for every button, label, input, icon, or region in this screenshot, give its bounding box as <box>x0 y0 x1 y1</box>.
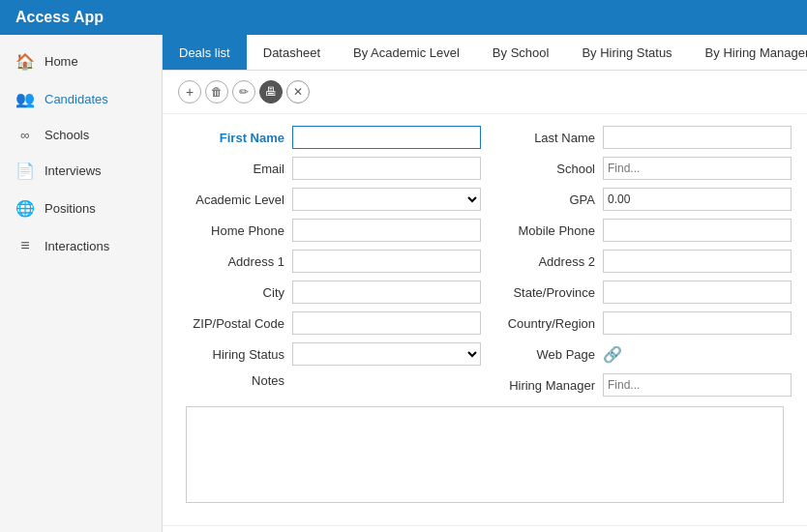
school-label: School <box>489 162 595 176</box>
field-group-lastname: Last Name <box>489 126 792 149</box>
field-group-hiring-manager: Hiring Manager <box>489 373 792 397</box>
field-group-address2: Address 2 <box>489 250 792 273</box>
gpa-label: GPA <box>489 192 595 207</box>
mobile-phone-input[interactable] <box>603 219 792 242</box>
tab-by-school[interactable]: By School <box>476 35 566 70</box>
field-group-address1: Address 1 <box>178 250 481 273</box>
sidebar-item-positions[interactable]: 🌐 Positions <box>0 190 162 227</box>
form-row-notes-header: Notes Hiring Manager <box>178 373 792 397</box>
delete-button[interactable]: 🗑 <box>205 80 228 103</box>
city-label: City <box>178 285 284 300</box>
form-row-academic-gpa: Academic Level GPA 0.00 <box>178 188 792 211</box>
tab-deals-list[interactable]: Deals list <box>163 35 247 70</box>
tab-datasheet[interactable]: Datasheet <box>247 35 337 70</box>
close-button[interactable]: ✕ <box>286 80 310 103</box>
app-title: Access App <box>15 9 104 26</box>
tab-by-academic-level[interactable]: By Academic Level <box>337 35 476 70</box>
field-group-mobile-phone: Mobile Phone <box>489 219 792 242</box>
field-group-firstname: First Name <box>178 126 481 149</box>
interactions-icon: ≡ <box>15 237 35 254</box>
gpa-value: 0.00 <box>603 188 792 211</box>
hiring-status-select[interactable] <box>292 342 481 366</box>
form-row-zip-country: ZIP/Postal Code Country/Region <box>178 311 792 335</box>
interviews-icon: 📄 <box>15 162 35 180</box>
first-name-label: First Name <box>178 131 284 145</box>
address2-label: Address 2 <box>489 254 595 269</box>
field-group-email: Email <box>178 157 481 180</box>
academic-level-label: Academic Level <box>178 192 284 207</box>
sidebar-label-schools: Schools <box>45 128 89 142</box>
notes-textarea[interactable] <box>186 406 784 503</box>
positions-icon: 🌐 <box>15 199 35 218</box>
last-name-label: Last Name <box>489 131 595 145</box>
last-name-input[interactable] <box>603 126 792 149</box>
sidebar: 🏠 Home 👥 Candidates ∞ Schools 📄 Intervie… <box>0 35 163 532</box>
tab-by-hiring-manager[interactable]: By Hiring Manager <box>689 35 807 70</box>
sidebar-item-schools[interactable]: ∞ Schools <box>0 118 162 152</box>
bottom-tab-bar: Skills Interviews Interactions <box>163 525 807 532</box>
print-button[interactable]: 🖶 <box>259 80 283 103</box>
zip-input[interactable] <box>292 311 481 335</box>
web-page-label: Web Page <box>489 347 595 362</box>
form-row-email-school: Email School <box>178 157 792 180</box>
address1-input[interactable] <box>292 250 481 273</box>
first-name-input[interactable] <box>292 126 481 149</box>
link-icon[interactable]: 🔗 <box>603 345 622 364</box>
zip-label: ZIP/Postal Code <box>178 316 284 331</box>
city-input[interactable] <box>292 281 481 304</box>
state-input[interactable] <box>603 281 792 304</box>
notes-container <box>186 404 784 506</box>
field-group-school: School <box>489 157 792 180</box>
form-row-addresses: Address 1 Address 2 <box>178 250 792 273</box>
app-header: Access App <box>0 0 807 35</box>
home-icon: 🏠 <box>15 52 35 71</box>
address2-input[interactable] <box>603 250 792 273</box>
field-group-home-phone: Home Phone <box>178 219 481 242</box>
mobile-phone-label: Mobile Phone <box>489 223 595 238</box>
field-group-country: Country/Region <box>489 311 792 335</box>
academic-level-select[interactable] <box>292 188 481 211</box>
country-input[interactable] <box>603 311 792 335</box>
hiring-manager-input[interactable] <box>603 373 792 397</box>
sidebar-item-candidates[interactable]: 👥 Candidates <box>0 80 162 118</box>
field-group-zip: ZIP/Postal Code <box>178 311 481 335</box>
field-group-hiring-status: Hiring Status <box>178 342 481 366</box>
form-row-hiring-webpage: Hiring Status Web Page 🔗 <box>178 342 792 366</box>
hiring-manager-label: Hiring Manager <box>489 378 595 393</box>
tab-by-hiring-status[interactable]: By Hiring Status <box>565 35 688 70</box>
sidebar-label-positions: Positions <box>45 201 96 216</box>
sidebar-label-home: Home <box>45 54 78 69</box>
field-group-city: City <box>178 281 481 304</box>
notes-label: Notes <box>178 373 284 388</box>
state-label: State/Province <box>489 285 595 300</box>
sidebar-label-interviews: Interviews <box>45 163 102 178</box>
field-group-gpa: GPA 0.00 <box>489 188 792 211</box>
schools-icon: ∞ <box>15 128 35 142</box>
main-content: Deals list Datasheet By Academic Level B… <box>163 35 807 532</box>
home-phone-label: Home Phone <box>178 223 284 238</box>
sidebar-item-interactions[interactable]: ≡ Interactions <box>0 227 162 264</box>
sidebar-item-interviews[interactable]: 📄 Interviews <box>0 152 162 190</box>
tab-bar: Deals list Datasheet By Academic Level B… <box>163 35 807 71</box>
form-area: First Name Last Name Email School <box>163 114 807 525</box>
country-label: Country/Region <box>489 316 595 331</box>
home-phone-input[interactable] <box>292 219 481 242</box>
address1-label: Address 1 <box>178 254 284 269</box>
candidates-icon: 👥 <box>15 90 35 108</box>
hiring-status-label: Hiring Status <box>178 347 284 362</box>
email-input[interactable] <box>292 157 481 180</box>
sidebar-item-home[interactable]: 🏠 Home <box>0 43 162 80</box>
edit-button[interactable]: ✏ <box>232 80 255 103</box>
form-row-phones: Home Phone Mobile Phone <box>178 219 792 242</box>
sidebar-label-candidates: Candidates <box>45 92 108 106</box>
field-group-webpage: Web Page 🔗 <box>489 345 792 364</box>
email-label: Email <box>178 162 284 176</box>
field-group-notes-label: Notes <box>178 373 481 388</box>
field-group-academic: Academic Level <box>178 188 481 211</box>
form-row-name: First Name Last Name <box>178 126 792 149</box>
field-group-state: State/Province <box>489 281 792 304</box>
toolbar: + 🗑 ✏ 🖶 ✕ <box>163 71 807 114</box>
school-input[interactable] <box>603 157 792 180</box>
add-button[interactable]: + <box>178 80 201 103</box>
form-row-city-state: City State/Province <box>178 281 792 304</box>
